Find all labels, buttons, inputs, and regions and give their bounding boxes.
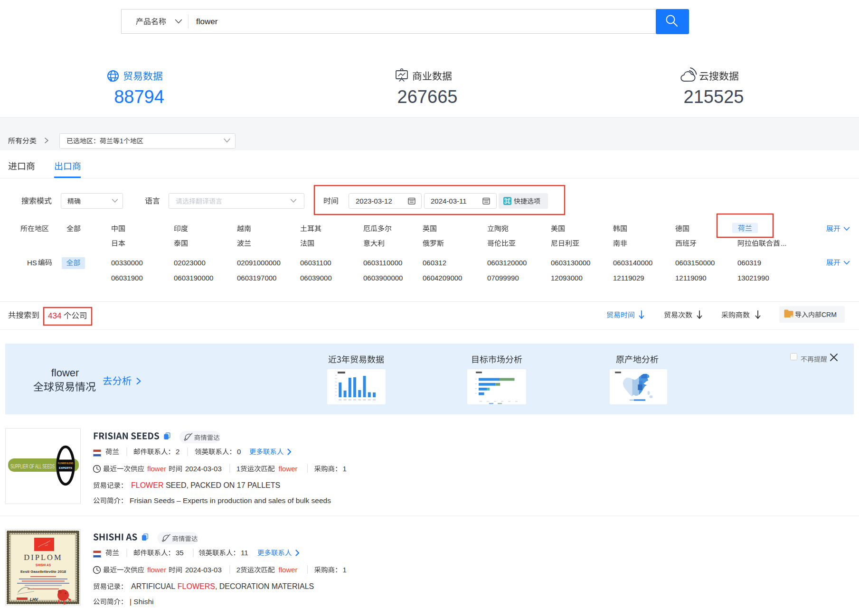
- svg-text:215525: 215525: [684, 87, 744, 107]
- svg-text:0603140000: 0603140000: [613, 259, 652, 267]
- svg-text:1: 1: [236, 465, 240, 473]
- svg-text:flower: flower: [51, 367, 79, 379]
- svg-text:, DECORATION MATERIALS: , DECORATION MATERIALS: [215, 582, 314, 590]
- svg-text:CRM: CRM: [821, 311, 837, 318]
- svg-text:ARTIFICUAL: ARTIFICUAL: [131, 582, 175, 590]
- svg-text:0: 0: [237, 448, 241, 456]
- svg-text:2023-03-12: 2023-03-12: [356, 197, 392, 205]
- svg-text:2024-03-03: 2024-03-03: [185, 566, 222, 574]
- svg-text:Frisian Seeds – Experts in pro: Frisian Seeds – Experts in production an…: [130, 496, 331, 504]
- svg-text:0603900000: 0603900000: [363, 274, 403, 282]
- svg-text:02023000: 02023000: [174, 259, 206, 267]
- svg-text:DIPLOM: DIPLOM: [24, 553, 62, 562]
- svg-text:12119029: 12119029: [613, 274, 644, 282]
- svg-text:FLOWERS: FLOWERS: [178, 582, 215, 590]
- svg-text:2: 2: [176, 448, 179, 456]
- svg-text:EXPERTS: EXPERTS: [59, 467, 72, 469]
- svg-text:267665: 267665: [397, 87, 458, 107]
- svg-text:...: ...: [781, 239, 787, 247]
- svg-text:flower: flower: [196, 17, 218, 26]
- svg-text:06031100: 06031100: [300, 259, 331, 267]
- svg-text:00330000: 00330000: [111, 259, 143, 267]
- svg-text:Eesti Gasellettevõte 2018: Eesti Gasellettevõte 2018: [20, 569, 66, 574]
- svg-text:flower: flower: [279, 566, 298, 574]
- svg-text:| Shishi: | Shishi: [130, 597, 154, 606]
- svg-text:SEED, PACKED ON 17 PALLETS: SEED, PACKED ON 17 PALLETS: [166, 481, 280, 489]
- svg-text:35: 35: [176, 549, 184, 557]
- svg-text:060312: 060312: [423, 259, 446, 267]
- svg-text:0604209000: 0604209000: [423, 274, 462, 282]
- svg-text:HS: HS: [27, 259, 37, 267]
- svg-text:0603120000: 0603120000: [487, 259, 527, 267]
- svg-text:12119090: 12119090: [675, 274, 707, 282]
- svg-text:2024-03-03: 2024-03-03: [185, 465, 222, 473]
- svg-text:0603197000: 0603197000: [237, 274, 276, 282]
- svg-text:0603110000: 0603110000: [363, 259, 402, 267]
- svg-text:13021990: 13021990: [737, 274, 769, 282]
- svg-text:flower: flower: [279, 465, 298, 473]
- svg-text:88794: 88794: [114, 87, 164, 107]
- svg-text:0603130000: 0603130000: [551, 259, 590, 267]
- svg-text:1: 1: [120, 137, 123, 145]
- svg-text:07099990: 07099990: [487, 274, 519, 282]
- svg-text:434: 434: [48, 311, 61, 320]
- svg-text:02091000000: 02091000000: [237, 259, 281, 267]
- svg-text:FLOWER BLEND: FLOWER BLEND: [58, 462, 73, 465]
- svg-text:SUPPLIER OF ALL SEEDS: SUPPLIER OF ALL SEEDS: [10, 463, 55, 470]
- svg-text:LHV: LHV: [30, 597, 38, 602]
- svg-text:06039000: 06039000: [300, 274, 332, 282]
- svg-text:1: 1: [343, 465, 347, 473]
- svg-text:SHISHI AS: SHISHI AS: [36, 563, 51, 567]
- svg-text:0603150000: 0603150000: [675, 259, 715, 267]
- svg-text:2: 2: [236, 566, 240, 574]
- svg-text:flower: flower: [147, 566, 166, 574]
- svg-text:12093000: 12093000: [551, 274, 583, 282]
- svg-text:2024-03-11: 2024-03-11: [431, 197, 467, 205]
- svg-text:FLOWER: FLOWER: [131, 481, 163, 489]
- svg-text:1: 1: [343, 566, 347, 574]
- svg-text:11: 11: [241, 549, 248, 557]
- svg-text:060319: 060319: [737, 259, 761, 267]
- svg-text:flower: flower: [147, 465, 166, 473]
- svg-text:0603190000: 0603190000: [174, 274, 213, 282]
- svg-text:06031900: 06031900: [111, 274, 143, 282]
